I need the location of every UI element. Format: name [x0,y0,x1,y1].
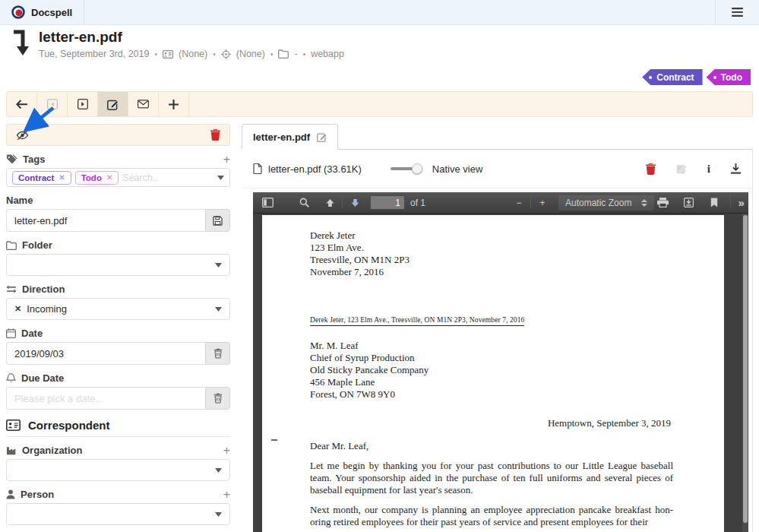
user-icon [6,489,15,499]
download-file-button[interactable] [731,163,741,174]
add-files-button[interactable] [159,92,189,116]
file-name-size: letter-en.pdf (33.61K) [268,163,362,175]
remove-tag-icon[interactable]: ✕ [59,173,65,182]
pdf-page: Derek Jeter 123 Elm Ave. Treesville, ON … [262,215,724,532]
bullet-separator: • [303,50,306,59]
letter-paragraph-2-line-1: Next month, our company is planning an e… [310,504,673,516]
docspell-logo-icon [11,5,25,19]
pdf-sidebar-toggle-button[interactable] [259,195,276,211]
direction-value: Incoming [27,303,67,315]
meta-concerning: (None) [236,49,265,59]
chevron-down-icon [215,307,222,312]
pdf-page-number-input[interactable] [370,195,405,210]
name-input[interactable] [6,209,205,232]
pdf-page-count: of 1 [410,198,425,208]
bullet-separator: • [213,50,216,59]
pdf-bookmark-button[interactable] [706,195,723,211]
page-title: letter-en.pdf [39,29,344,46]
fold-mark [271,439,277,441]
document-panel: letter-en.pdf letter-en.pdf (33.61K) Nat… [242,124,753,532]
attachment-tab[interactable]: letter-en.pdf [242,124,338,150]
chevron-down-icon[interactable] [217,176,224,180]
tags-search-input[interactable] [122,173,183,183]
save-name-button[interactable] [205,209,230,232]
tag-badge-contract[interactable]: Contract [642,69,702,85]
next-item-button[interactable] [68,92,98,116]
pdf-more-tools-button[interactable]: » [738,196,744,209]
toggle-knob [412,163,422,174]
folder-icon [278,49,289,59]
chevron-down-icon [215,263,222,268]
direction-select[interactable]: ✕ Incoming [6,298,230,320]
chevron-down-icon [215,468,222,473]
add-tag-button[interactable]: + [223,154,230,165]
rename-file-button [676,163,687,174]
date-input[interactable] [6,342,205,365]
trash-icon [213,348,223,359]
clear-date-button[interactable] [205,342,230,365]
pdf-next-page-button[interactable] [346,195,363,211]
letter-recipient-block: Mr. M. Leaf Chief of Syrup Production Ol… [310,340,724,401]
folder-select[interactable] [6,254,230,276]
native-view-toggle[interactable] [391,163,422,175]
tag-chip-todo[interactable]: Todo ✕ [75,171,119,185]
add-person-button[interactable]: + [223,489,230,500]
date-input-group [6,342,230,365]
delete-file-button[interactable] [646,163,656,175]
file-info-button[interactable]: i [707,163,710,174]
address-card-icon [6,420,21,431]
correspondent-card-icon [163,50,173,59]
name-input-group [6,209,230,232]
date-field-label: Date [6,328,230,339]
brand-label: Docspell [31,7,72,18]
letter-sender-block: Derek Jeter 123 Elm Ave. Treesville, ON … [310,230,724,278]
pdf-canvas-area[interactable]: Derek Jeter 123 Elm Ave. Treesville, ON … [253,214,748,532]
edit-mode-button[interactable] [98,92,128,116]
pdf-zoom-out-button[interactable]: − [511,195,527,211]
clear-direction-icon[interactable]: ✕ [14,304,21,314]
trash-icon [213,393,223,404]
pdf-zoom-in-button[interactable]: + [534,195,551,211]
delete-item-button[interactable] [210,129,220,141]
document-header: letter-en.pdf Tue, September 3rd, 2019 •… [12,29,344,59]
tag-dot [649,76,652,79]
person-select[interactable] [6,503,230,525]
edit-icon [107,99,119,110]
due-date-input-group [6,387,230,410]
mail-button[interactable] [128,92,159,116]
pdf-zoom-select[interactable]: Automatic Zoom [558,195,654,211]
due-date-field-label: Due Date [6,372,230,384]
dual-caret-icon [641,199,647,207]
eye-slash-icon[interactable] [16,130,29,141]
tags-multiselect[interactable]: Contract ✕ Todo ✕ [6,168,230,187]
folder-icon [6,241,17,250]
direction-field-label: Direction [6,283,230,295]
tag-badge-todo[interactable]: Todo [707,69,751,85]
meta-correspondent: (None) [179,49,207,59]
due-date-input[interactable] [6,387,205,410]
pdf-scrollbar-thumb[interactable] [743,215,748,523]
pdf-download-button[interactable] [680,195,697,211]
edit-sidebar: Tags + Contract ✕ Todo ✕ Name [6,124,230,532]
pdf-scrollbar[interactable] [742,214,748,532]
remove-tag-icon[interactable]: ✕ [106,173,112,182]
clear-due-date-button[interactable] [205,387,230,410]
pdf-prev-page-button[interactable] [321,195,338,211]
panel-right-border [752,149,753,532]
chevron-down-icon [215,512,222,517]
menu-button[interactable] [715,0,759,24]
add-organization-button[interactable]: + [223,445,230,456]
letter-paragraph-1: Let me begin by thanking you for your pa… [310,460,673,496]
arrow-left-icon [16,100,28,109]
industry-icon [6,446,17,455]
back-button[interactable] [7,92,37,116]
pdf-search-button[interactable] [296,195,312,211]
brand-home-link[interactable]: Docspell [0,0,84,24]
tag-chip-contract[interactable]: Contract ✕ [12,171,71,185]
meta-folder: - [294,49,297,59]
envelope-icon [138,100,149,109]
name-field-label: Name [6,195,230,206]
organization-select[interactable] [6,459,230,481]
pdf-print-button[interactable] [654,195,671,211]
native-view-label: Native view [432,163,482,175]
